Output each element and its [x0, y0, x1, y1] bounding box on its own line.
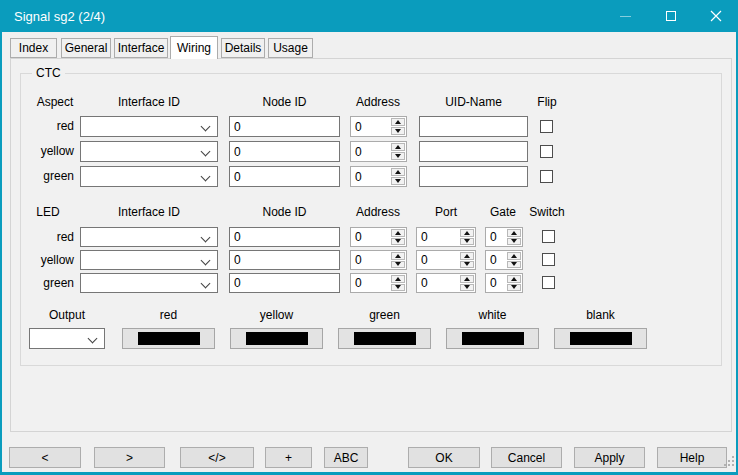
led-red-switch-checkbox[interactable] — [542, 230, 555, 243]
output-white-button[interactable] — [446, 328, 539, 349]
spinner-value: 0 — [351, 276, 390, 290]
output-yellow-header: yellow — [230, 308, 323, 322]
spin-down-button[interactable] — [391, 284, 405, 292]
led-red-label: red — [22, 227, 74, 248]
led-green-node-id-input[interactable] — [229, 273, 340, 293]
maximize-button[interactable] — [648, 0, 693, 32]
aspect-yellow-interface-combo[interactable] — [80, 141, 218, 162]
close-button[interactable] — [693, 0, 738, 32]
led-green-address-spinner[interactable]: 0 — [350, 273, 407, 293]
spin-down-button[interactable] — [391, 177, 405, 185]
output-yellow-button[interactable] — [230, 328, 323, 349]
spinner-value: 0 — [486, 253, 506, 267]
tab-interface[interactable]: Interface — [114, 38, 168, 58]
tab-details[interactable]: Details — [221, 38, 265, 58]
led-yellow-address-spinner[interactable]: 0 — [350, 250, 407, 270]
spin-up-button[interactable] — [507, 229, 521, 237]
led-green-interface-combo[interactable] — [80, 273, 218, 293]
color-swatch — [462, 332, 524, 345]
spin-down-button[interactable] — [507, 284, 521, 292]
tab-wiring[interactable]: Wiring — [170, 36, 218, 59]
tab-general[interactable]: General — [61, 38, 111, 58]
spin-down-button[interactable] — [391, 238, 405, 246]
aspect-red-uid-name-input[interactable] — [419, 116, 528, 137]
led-red-node-id-input[interactable] — [229, 227, 340, 247]
apply-button[interactable]: Apply — [574, 447, 645, 468]
led-yellow-interface-combo[interactable] — [80, 250, 218, 270]
spin-up-button[interactable] — [460, 252, 474, 260]
output-green-button[interactable] — [338, 328, 431, 349]
spin-up-button[interactable] — [460, 275, 474, 283]
output-combo[interactable] — [29, 328, 105, 349]
led-yellow-port-spinner[interactable]: 0 — [416, 250, 476, 270]
led-green-switch-checkbox[interactable] — [542, 276, 555, 289]
spin-down-button[interactable] — [391, 152, 405, 160]
spin-up-button[interactable] — [460, 229, 474, 237]
spin-up-button[interactable] — [391, 252, 405, 260]
spin-up-button[interactable] — [391, 143, 405, 151]
led-red-gate-spinner[interactable]: 0 — [485, 227, 523, 247]
color-swatch — [246, 332, 308, 345]
minimize-button[interactable] — [603, 0, 648, 32]
abc-button[interactable]: ABC — [324, 447, 368, 468]
led-green-gate-spinner[interactable]: 0 — [485, 273, 523, 293]
titlebar[interactable]: Signal sg2 (2/4) — [0, 0, 738, 32]
aspect-green-uid-name-input[interactable] — [419, 166, 528, 187]
aspect-green-flip-checkbox[interactable] — [540, 170, 553, 183]
led-green-port-spinner[interactable]: 0 — [416, 273, 476, 293]
spin-up-button[interactable] — [391, 275, 405, 283]
next-button[interactable]: > — [94, 447, 165, 468]
aspect-green-address-spinner[interactable]: 0 — [350, 166, 407, 187]
spin-down-button[interactable] — [460, 238, 474, 246]
aspect-yellow-address-spinner[interactable]: 0 — [350, 141, 407, 162]
ok-button[interactable]: OK — [408, 447, 480, 468]
output-blank-button[interactable] — [554, 328, 647, 349]
aspect-red-node-id-input[interactable] — [229, 116, 340, 137]
aspect-yellow-node-id-input[interactable] — [229, 141, 340, 162]
spin-up-button[interactable] — [391, 168, 405, 176]
output-white-header: white — [446, 308, 539, 322]
spinner-value: 0 — [351, 120, 390, 134]
output-red-button[interactable] — [122, 328, 215, 349]
aspect-red-flip-checkbox[interactable] — [540, 120, 553, 133]
led-col-header: LED — [22, 205, 74, 219]
spin-down-button[interactable] — [460, 284, 474, 292]
window-title: Signal sg2 (2/4) — [0, 9, 603, 24]
spin-up-button[interactable] — [391, 229, 405, 237]
spin-down-button[interactable] — [391, 127, 405, 135]
spin-up-button[interactable] — [507, 252, 521, 260]
aspect-green-node-id-input[interactable] — [229, 166, 340, 187]
led-green-label: green — [22, 273, 74, 294]
prev-button[interactable]: < — [9, 447, 81, 468]
resize-grip-icon[interactable] — [724, 456, 734, 466]
switch-col-header: Switch — [519, 205, 575, 219]
tab-index[interactable]: Index — [10, 38, 57, 58]
help-button[interactable]: Help — [657, 447, 727, 468]
led-red-port-spinner[interactable]: 0 — [416, 227, 476, 247]
led-yellow-node-id-input[interactable] — [229, 250, 340, 270]
close-icon — [710, 10, 722, 22]
spin-down-button[interactable] — [507, 238, 521, 246]
led-yellow-gate-spinner[interactable]: 0 — [485, 250, 523, 270]
ctc-group-title: CTC — [32, 66, 65, 80]
led-red-address-spinner[interactable]: 0 — [350, 227, 407, 247]
add-button[interactable]: + — [265, 447, 312, 468]
node-id-col-header: Node ID — [229, 205, 340, 219]
xml-button[interactable]: </> — [180, 447, 254, 468]
aspect-green-interface-combo[interactable] — [80, 166, 218, 187]
led-yellow-switch-checkbox[interactable] — [542, 253, 555, 266]
tab-usage[interactable]: Usage — [268, 38, 313, 58]
aspect-yellow-uid-name-input[interactable] — [419, 141, 528, 162]
spinner-value: 0 — [417, 253, 459, 267]
spin-down-button[interactable] — [460, 261, 474, 269]
spin-down-button[interactable] — [391, 261, 405, 269]
cancel-button[interactable]: Cancel — [491, 447, 562, 468]
spin-up-button[interactable] — [391, 118, 405, 126]
led-red-interface-combo[interactable] — [80, 227, 218, 247]
aspect-red-address-spinner[interactable]: 0 — [350, 116, 407, 137]
aspect-yellow-flip-checkbox[interactable] — [540, 145, 553, 158]
spin-down-button[interactable] — [507, 261, 521, 269]
spin-up-button[interactable] — [507, 275, 521, 283]
aspect-col-header: Aspect — [22, 95, 88, 109]
aspect-red-interface-combo[interactable] — [80, 116, 218, 137]
